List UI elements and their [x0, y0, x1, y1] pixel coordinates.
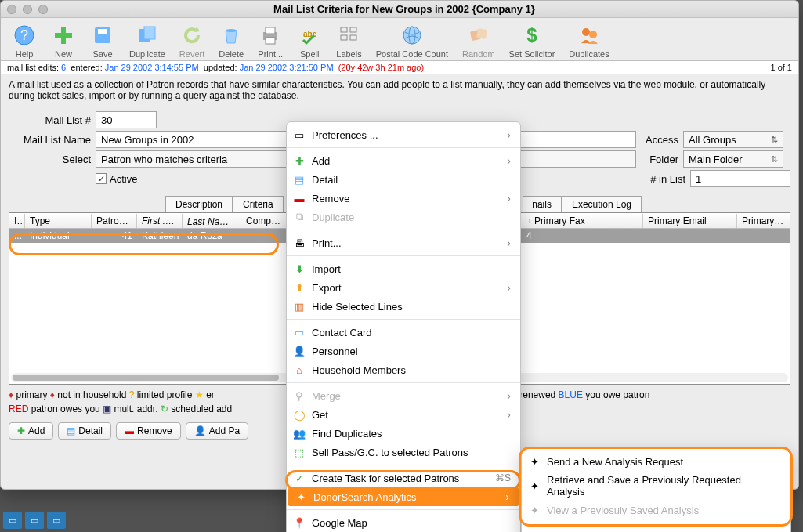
context-menu[interactable]: ▭Preferences ...› ✚Add› ▤Detail ▬Remove›…	[286, 121, 521, 532]
house-icon: ⌂	[293, 364, 306, 376]
submenu-retrieve[interactable]: ✦Retrieve and Save a Previously Requeste…	[522, 471, 790, 501]
print-icon	[258, 23, 283, 48]
mail-list-num-label: Mail List #	[9, 114, 91, 126]
menu-merge: ⚲Merge›	[287, 386, 520, 405]
menu-hide-selected[interactable]: ▥Hide Selected Lines	[287, 297, 520, 316]
spell-button[interactable]: abcSpell	[292, 21, 327, 60]
tab-execution-log[interactable]: Execution Log	[562, 196, 642, 212]
dock-item[interactable]: ▭	[47, 512, 66, 529]
chevron-right-icon: ›	[507, 281, 511, 294]
duplicates-button[interactable]: Duplicates	[564, 21, 613, 60]
menu-find-duplicates[interactable]: 👥Find Duplicates	[287, 424, 520, 443]
detail-icon: ▤	[293, 173, 306, 186]
chevron-right-icon: ›	[507, 192, 511, 204]
col-primary-email[interactable]: Primary Email	[643, 214, 737, 228]
remove-button[interactable]: ▬Remove	[116, 422, 181, 440]
globe-icon	[400, 23, 425, 48]
col-primary-fax[interactable]: Primary Fax	[530, 214, 643, 228]
labels-button[interactable]: Labels	[331, 21, 366, 60]
svg-point-22	[582, 28, 590, 36]
menu-export[interactable]: ⬆Export›	[287, 278, 520, 297]
add-button[interactable]: ✚Add	[9, 422, 53, 440]
col-patron[interactable]: Patron #	[92, 214, 137, 228]
chevron-right-icon: ›	[507, 408, 511, 421]
col-first[interactable]: First ... ^	[137, 214, 183, 228]
menu-detail[interactable]: ▤Detail	[287, 170, 520, 189]
menu-google-map[interactable]: 📍Google Map	[287, 513, 520, 532]
delete-button[interactable]: Delete	[214, 21, 248, 60]
shortcut-text: ⌘S	[495, 472, 511, 483]
scroll-thumb[interactable]	[13, 375, 279, 381]
save-button[interactable]: Save	[85, 21, 120, 60]
col-company[interactable]: Compa...	[241, 214, 287, 228]
duplicate-button[interactable]: Duplicate	[125, 21, 170, 60]
status-bar: mail list edits: 6 entered: Jan 29 2002 …	[1, 61, 798, 74]
set-solicitor-button[interactable]: $Set Solicitor	[505, 21, 560, 60]
select-label: Select	[9, 154, 91, 165]
col-icon[interactable]: I...	[9, 214, 25, 228]
donorsearch-submenu[interactable]: ✦Send a New Analysis Request ✦Retrieve a…	[521, 448, 791, 532]
menu-import[interactable]: ⬇Import	[287, 259, 520, 278]
remove-icon: ▬	[125, 425, 134, 436]
description-text: A mail list used as a collection of Patr…	[1, 74, 798, 106]
svg-point-8	[226, 29, 237, 32]
add-patron-button[interactable]: 👤Add Pa	[186, 422, 248, 440]
tab-criteria[interactable]: Criteria	[233, 196, 284, 212]
col-primary-w[interactable]: Primary W...	[737, 214, 790, 228]
revert-icon	[179, 23, 204, 48]
svg-rect-14	[350, 27, 356, 32]
traffic-lights	[7, 5, 48, 14]
submenu-results-list[interactable]: ☰DonorSearch Analytic Results List...	[522, 527, 790, 532]
dock-item[interactable]: ▭	[25, 512, 44, 529]
menu-household[interactable]: ⌂Household Members	[287, 360, 520, 379]
menu-create-task[interactable]: ✓Create Task for selected Patrons⌘S	[287, 469, 520, 487]
plus-icon: ✚	[293, 154, 306, 167]
menu-print[interactable]: 🖶Print...›	[287, 233, 520, 252]
detail-button[interactable]: ▤Detail	[58, 422, 111, 440]
updated-date: Jan 29 2002 3:21:50 PM	[240, 63, 334, 72]
ticket-icon: ⬚	[293, 446, 306, 458]
menu-contact-card[interactable]: ▭Contact Card	[287, 323, 520, 342]
dock-item[interactable]: ▭	[3, 512, 22, 529]
dice-icon	[466, 23, 491, 48]
chevron-updown-icon: ⇅	[771, 154, 778, 165]
menu-remove[interactable]: ▬Remove›	[287, 189, 520, 208]
num-in-list-field[interactable]	[690, 170, 790, 187]
submenu-send-request[interactable]: ✦Send a New Analysis Request	[522, 452, 790, 471]
new-button[interactable]: New	[46, 21, 81, 60]
menu-add[interactable]: ✚Add›	[287, 151, 520, 170]
menu-personnel[interactable]: 👤Personnel	[287, 342, 520, 360]
menu-sell-pass[interactable]: ⬚Sell Pass/G.C. to selected Patrons	[287, 443, 520, 461]
postal-count-button[interactable]: Postal Code Count	[371, 21, 453, 60]
menu-get[interactable]: ◯Get›	[287, 405, 520, 424]
people-icon	[577, 23, 602, 48]
active-checkbox[interactable]: ✓Active	[96, 173, 137, 185]
minimize-window-button[interactable]	[23, 5, 32, 14]
close-window-button[interactable]	[7, 5, 16, 14]
people-icon: 👥	[293, 427, 306, 440]
revert-button[interactable]: Revert	[175, 21, 209, 60]
col-type[interactable]: Type	[25, 214, 92, 228]
col-last[interactable]: Last Name1	[183, 212, 241, 229]
num-in-list-label: # in List	[650, 173, 685, 185]
menu-donorsearch[interactable]: ✦DonorSearch Analytics›	[288, 487, 519, 506]
print-button[interactable]: Print...	[253, 21, 288, 60]
folder-select[interactable]: Main Folder⇅	[683, 150, 783, 168]
random-button[interactable]: Random	[458, 21, 500, 60]
svg-rect-16	[350, 35, 356, 40]
mail-list-num-field[interactable]	[96, 111, 157, 128]
tab-mails[interactable]: nails	[523, 196, 562, 212]
get-icon: ◯	[293, 408, 306, 421]
window-icon: ▭	[293, 128, 306, 141]
plus-icon	[51, 23, 76, 48]
minus-icon: ▬	[293, 192, 306, 204]
chevron-right-icon: ›	[507, 389, 511, 402]
merge-icon: ⚲	[293, 389, 306, 402]
zoom-window-button[interactable]	[38, 5, 48, 14]
access-select[interactable]: All Groups⇅	[683, 131, 783, 148]
help-button[interactable]: ?Help	[7, 21, 42, 60]
tab-description[interactable]: Description	[165, 196, 233, 212]
menu-preferences[interactable]: ▭Preferences ...›	[287, 125, 520, 144]
svg-rect-3	[55, 33, 72, 38]
detail-icon: ▤	[67, 425, 75, 436]
